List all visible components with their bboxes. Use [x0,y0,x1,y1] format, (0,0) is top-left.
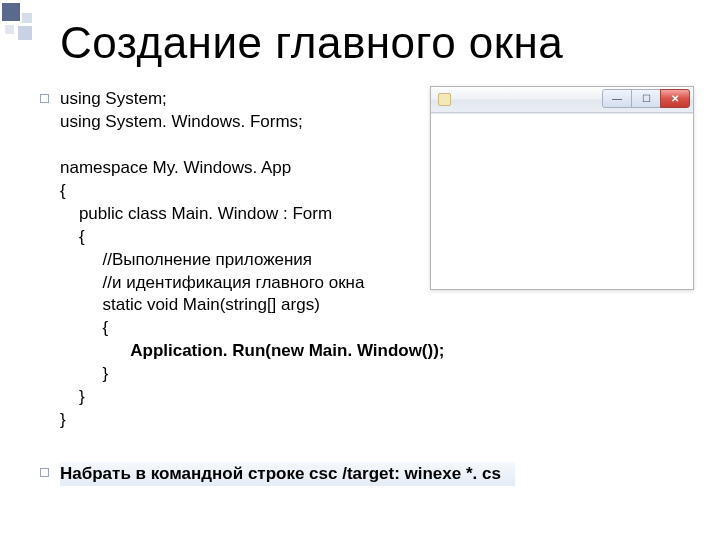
app-icon [438,93,451,106]
code-line: //и идентификация главного окна [60,273,364,292]
code-line: //Выполнение приложения [60,250,312,269]
window-buttons: — ☐ ✕ [602,89,690,108]
code-line: public class Main. Window : Form [60,204,332,223]
code-line: { [60,227,85,246]
code-line-bold: Application. Run(new Main. Window()); [60,341,445,360]
code-line: } [60,410,66,429]
minimize-button[interactable]: — [602,89,632,108]
code-line: using System; [60,89,167,108]
decor-square [22,13,32,23]
window-titlebar: — ☐ ✕ [431,87,693,113]
bullet-icon [40,94,49,103]
close-button[interactable]: ✕ [660,89,690,108]
decor-square [5,25,14,34]
decor-square [2,3,20,21]
code-line: namespace My. Windows. App [60,158,291,177]
decor-square [18,26,32,40]
maximize-button[interactable]: ☐ [631,89,661,108]
code-line: { [60,318,108,337]
code-line: } [60,387,85,406]
code-line: } [60,364,108,383]
code-line: static void Main(string[] args) [60,295,320,314]
code-line: { [60,181,66,200]
slide-decoration [0,0,60,540]
bullet-icon [40,468,49,477]
command-instruction: Набрать в командной строке csc /target: … [60,462,515,486]
code-line: using System. Windows. Forms; [60,112,303,131]
window-client-area [431,113,693,289]
window-mockup: — ☐ ✕ [430,86,694,290]
slide-title: Создание главного окна [60,18,563,68]
